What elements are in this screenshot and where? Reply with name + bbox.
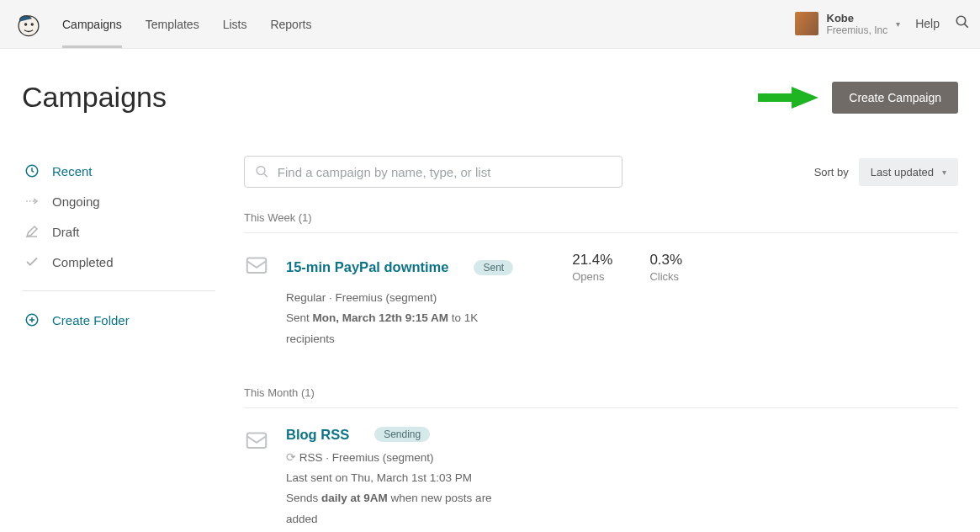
section-header: This Month (1) [244,386,958,408]
svg-rect-10 [247,258,267,274]
section-header: This Week (1) [244,211,958,233]
check-icon [24,253,40,270]
create-folder-label: Create Folder [52,313,130,327]
nav-lists[interactable]: Lists [223,1,247,48]
stat-value: 0.3% [649,252,682,269]
svg-marker-5 [758,87,818,109]
rss-refresh-icon: ⟳ [286,451,296,464]
sidebar-item-draft[interactable]: Draft [22,216,215,247]
campaign-title-link[interactable]: Blog RSS [286,427,349,443]
toolbar: Sort by Last updated ▾ [244,156,958,188]
svg-rect-11 [247,433,267,448]
sort-select[interactable]: Last updated ▾ [859,158,958,186]
campaign-type-line: ⟳ RSS · Freemius (segment) [286,448,505,468]
section-this-week: This Week (1) 15-min PayPal downtime Sen… [244,211,958,356]
stat-label: Clicks [649,270,682,283]
stat-label: Opens [572,270,612,283]
account-org: Freemius, Inc [827,24,888,36]
primary-nav: Campaigns Templates Lists Reports [62,1,311,48]
status-badge: Sent [474,260,513,275]
sidebar-item-label: Draft [52,225,80,239]
envelope-icon [244,252,269,277]
sidebar: Recent Ongoing Draft Completed [22,156,215,532]
arrow-dashed-icon [24,193,40,210]
avatar [795,12,818,35]
sort-label: Sort by [814,166,849,178]
account-name: Kobe [827,12,888,25]
clock-icon [24,162,40,179]
nav-templates[interactable]: Templates [146,1,199,48]
svg-line-9 [264,173,268,177]
page-header: Campaigns Create Campaign [22,81,958,114]
sort-value: Last updated [871,166,934,178]
sidebar-item-ongoing[interactable]: Ongoing [22,186,215,216]
campaign-title-link[interactable]: 15-min PayPal downtime [286,259,448,275]
plus-circle-icon [24,311,40,328]
sidebar-item-label: Completed [52,255,114,269]
search-icon[interactable] [955,14,970,33]
svg-point-3 [956,17,966,26]
stat-value: 21.4% [572,252,612,269]
svg-point-1 [24,23,27,25]
campaign-row: 15-min PayPal downtime Sent 21.4% Opens … [244,248,958,356]
nav-reports[interactable]: Reports [270,1,311,48]
create-campaign-button[interactable]: Create Campaign [832,82,958,114]
help-link[interactable]: Help [915,17,940,30]
campaign-meta: Regular · Freemius (segment) Sent Mon, M… [286,288,505,349]
status-badge: Sending [374,427,430,442]
campaign-row: Blog RSS Sending ⟳ RSS · Freemius (segme… [244,423,958,532]
create-folder-button[interactable]: Create Folder [22,305,215,335]
brand-logo[interactable] [10,6,47,43]
stat-clicks: 0.3% Clicks [649,252,682,283]
chevron-down-icon: ▾ [896,19,900,29]
main-content: Sort by Last updated ▾ This Week (1) [244,156,958,532]
pencil-icon [24,223,40,240]
envelope-icon [244,427,269,452]
sidebar-item-label: Recent [52,164,93,178]
svg-point-8 [257,167,265,175]
top-bar: Campaigns Templates Lists Reports Kobe F… [0,0,980,49]
campaign-meta: ⟳ RSS · Freemius (segment) Last sent on … [286,448,505,529]
svg-point-2 [31,23,34,25]
sidebar-item-completed[interactable]: Completed [22,247,215,277]
chevron-down-icon: ▾ [942,168,946,177]
search-input[interactable] [278,165,612,179]
section-this-month: This Month (1) Blog RSS Sending ⟳ RSS · … [244,386,958,532]
sidebar-item-label: Ongoing [52,194,100,209]
account-switcher[interactable]: Kobe Freemius, Inc ▾ [795,12,901,37]
campaign-type-line: Regular · Freemius (segment) [286,288,505,308]
svg-line-4 [965,24,968,28]
campaign-detail-line: Last sent on Thu, March 1st 1:03 PM [286,468,505,488]
page-title: Campaigns [22,81,167,114]
annotation-arrow [758,85,820,110]
stat-opens: 21.4% Opens [572,252,612,283]
search-box[interactable] [244,156,622,188]
sidebar-item-recent[interactable]: Recent [22,156,215,186]
sidebar-divider [22,290,215,291]
campaign-detail-line: Sends daily at 9AM when new posts are ad… [286,488,505,529]
nav-campaigns[interactable]: Campaigns [62,1,122,48]
